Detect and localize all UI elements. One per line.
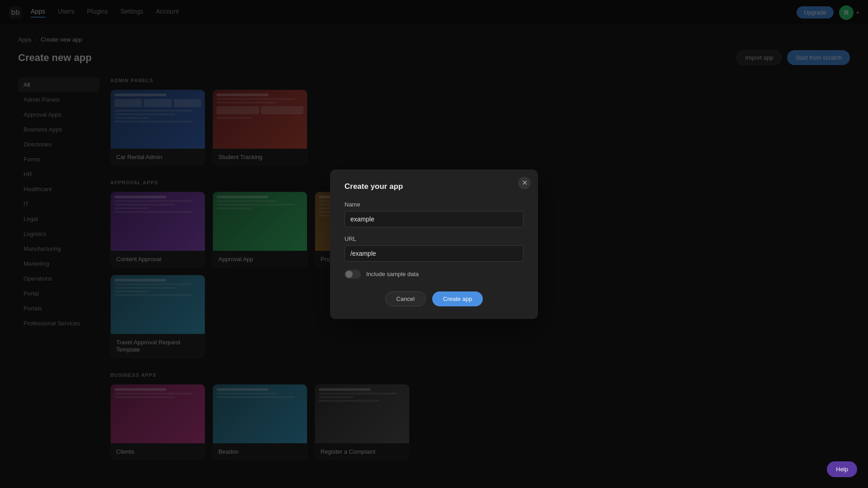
modal-actions: Cancel Create app: [344, 291, 524, 306]
name-form-group: Name: [344, 201, 524, 227]
modal-title: Create your app: [344, 182, 524, 191]
url-input[interactable]: [344, 245, 524, 262]
modal-close-button[interactable]: ✕: [518, 177, 531, 189]
create-app-modal: ✕ Create your app Name URL Include sampl…: [330, 169, 538, 319]
sample-data-toggle[interactable]: [344, 270, 361, 279]
name-input[interactable]: [344, 211, 524, 227]
sample-data-label: Include sample data: [366, 271, 419, 277]
name-label: Name: [344, 201, 524, 208]
create-app-button[interactable]: Create app: [432, 291, 483, 306]
modal-overlay[interactable]: ✕ Create your app Name URL Include sampl…: [0, 0, 868, 488]
cancel-button[interactable]: Cancel: [385, 291, 426, 306]
url-form-group: URL: [344, 235, 524, 262]
help-button[interactable]: Help: [827, 461, 857, 477]
url-label: URL: [344, 235, 524, 242]
toggle-knob: [345, 271, 353, 278]
sample-data-toggle-row: Include sample data: [344, 270, 524, 279]
